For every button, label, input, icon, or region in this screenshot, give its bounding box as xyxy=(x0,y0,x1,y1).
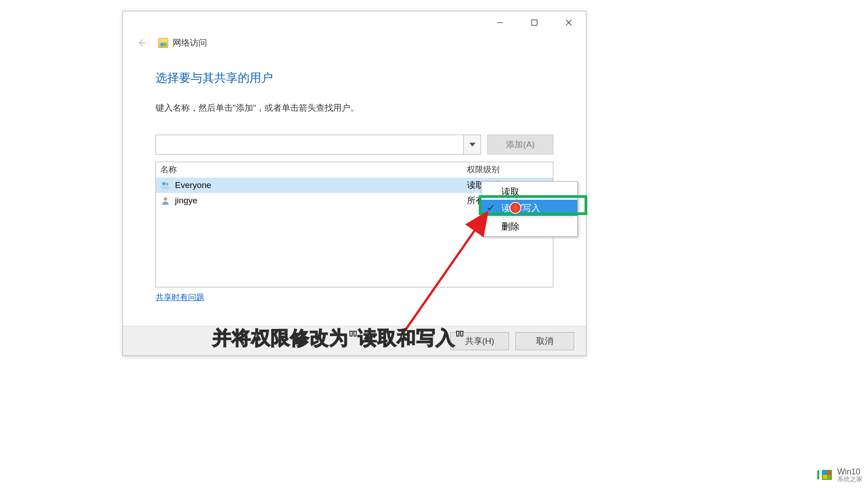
share-button[interactable]: 共享(H) xyxy=(450,332,509,350)
menu-item-read[interactable]: 读取 xyxy=(481,183,577,200)
heading: 选择要与其共享的用户 xyxy=(156,70,553,86)
combobox-dropdown-button[interactable] xyxy=(463,135,481,154)
minimize-button[interactable] xyxy=(483,11,517,34)
add-button[interactable]: 添加(A) xyxy=(487,135,553,155)
svg-point-7 xyxy=(166,183,169,185)
user-input[interactable] xyxy=(156,135,463,154)
close-button[interactable] xyxy=(552,11,586,34)
svg-rect-1 xyxy=(532,20,537,25)
svg-marker-5 xyxy=(469,143,476,146)
menu-item-label: 读取/写入 xyxy=(501,202,540,214)
menu-separator xyxy=(485,217,574,217)
back-arrow-icon[interactable] xyxy=(136,37,148,49)
column-name[interactable]: 名称 xyxy=(160,164,467,178)
user-name: Everyone xyxy=(175,180,211,190)
svg-rect-8 xyxy=(161,186,170,189)
watermark-logo: I xyxy=(816,467,834,483)
watermark: I Win10 系统之家 xyxy=(816,467,863,483)
dialog-header: 网络访问 xyxy=(123,34,586,56)
user-combobox[interactable] xyxy=(156,135,481,155)
maximize-button[interactable] xyxy=(517,11,552,34)
column-permission[interactable]: 权限级别 xyxy=(467,164,548,178)
cancel-button[interactable]: 取消 xyxy=(515,332,574,350)
permission-menu: 读取 读取/写入 删除 xyxy=(481,181,578,237)
network-access-icon xyxy=(158,38,168,48)
instruction-text: 键入名称，然后单击"添加"，或者单击箭头查找用户。 xyxy=(156,102,553,114)
titlebar xyxy=(123,11,586,34)
dialog-button-bar: 共享(H) 取消 xyxy=(123,326,586,356)
list-header: 名称 权限级别 xyxy=(156,162,553,178)
user-icon xyxy=(160,196,170,206)
menu-item-remove[interactable]: 删除 xyxy=(481,218,577,235)
watermark-brand: Win10 xyxy=(837,468,863,476)
user-name: jingye xyxy=(175,196,198,206)
check-icon xyxy=(487,203,494,213)
group-icon xyxy=(160,180,170,190)
svg-point-6 xyxy=(162,182,165,185)
help-link[interactable]: 共享时有问题 xyxy=(156,292,204,303)
menu-item-readwrite[interactable]: 读取/写入 xyxy=(481,200,577,216)
add-user-row: 添加(A) xyxy=(156,135,553,155)
svg-point-10 xyxy=(164,197,167,201)
watermark-sub: 系统之家 xyxy=(837,476,863,482)
dialog-title: 网络访问 xyxy=(173,37,207,49)
